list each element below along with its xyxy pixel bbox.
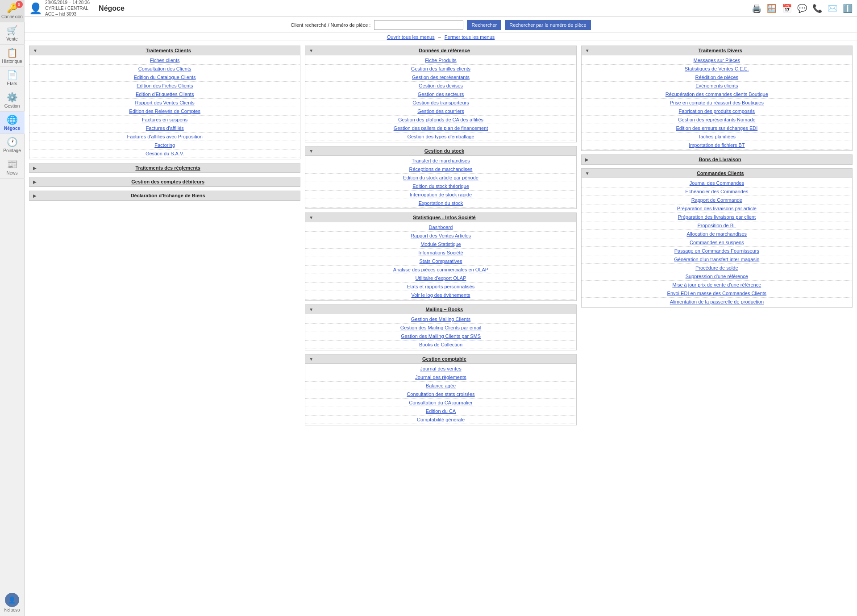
menu-link-item[interactable]: Consultation du CA journalier <box>409 400 472 405</box>
menu-link-item[interactable]: Préparation des livraisons par client <box>678 214 756 220</box>
menu-link-item[interactable]: Importation de fichiers BT <box>689 142 745 148</box>
menu-link-item[interactable]: Edition du Catalogue Clients <box>134 75 196 80</box>
menu-link-item[interactable]: Gestion des secteurs <box>418 92 464 97</box>
sidebar-item-pointage[interactable]: 🕐 Pointage <box>0 134 25 156</box>
menu-link-item[interactable]: Statistiques de Ventes C.E.E. <box>685 66 749 71</box>
menu-link-item[interactable]: Fabrication des produits composés <box>679 108 755 114</box>
menu-link-item[interactable]: Allocation de marchandises <box>687 231 747 237</box>
menu-link-item[interactable]: Gestion des représentants Nomade <box>678 117 756 122</box>
menu-link-item[interactable]: Rapport des Ventes Articles <box>411 233 471 238</box>
menu-link-item[interactable]: Transfert de marchandises <box>412 158 470 163</box>
section-header-gestion-comptes-debiteurs[interactable]: ▶Gestion des comptes débiteurs <box>29 177 300 187</box>
search-input[interactable] <box>374 20 463 30</box>
menu-link-item[interactable]: Gestion des paliers de plan de financeme… <box>394 125 488 131</box>
menu-link-item[interactable]: Réédition de pièces <box>695 75 739 80</box>
menu-link-item[interactable]: Journal des règlements <box>415 375 466 380</box>
menu-link-item[interactable]: Edition des erreurs sur échanges EDI <box>676 125 757 131</box>
section-header-gestion-comptable[interactable]: ▼Gestion comptable <box>305 354 576 364</box>
section-header-traitements-divers[interactable]: ▼Traitements Divers <box>582 46 852 55</box>
sidebar-item-connexion[interactable]: 5 🔑 Connexion <box>0 0 25 22</box>
menu-link-item[interactable]: Informations Société <box>418 250 463 255</box>
menu-link-item[interactable]: Taches planifiées <box>698 134 736 139</box>
menu-link-item[interactable]: Analyse des pièces commerciales en OLAP <box>393 267 488 272</box>
sidebar-item-negoce[interactable]: 🌐 Négoce <box>0 112 25 134</box>
menu-link-item[interactable]: Comptabilité générale <box>417 417 465 422</box>
menu-link-item[interactable]: Voir le log des évènements <box>411 292 470 298</box>
menu-link-item[interactable]: Edition du stock article par période <box>403 175 478 180</box>
menu-link-item[interactable]: Factures en suspens <box>142 117 187 122</box>
menu-link-item[interactable]: Stats Comparatives <box>420 258 462 264</box>
menu-link-item[interactable]: Gestion des types d'emballage <box>407 134 474 139</box>
menu-link-item[interactable]: Passage en Commandes Fournisseurs <box>674 248 759 254</box>
menu-link-item[interactable]: Etats et rapports personnalisés <box>407 284 475 289</box>
menu-link-item[interactable]: Utilitaire d'export OLAP <box>416 275 466 281</box>
menu-link-item[interactable]: Gestion des devises <box>419 83 463 88</box>
menu-link-item[interactable]: Journal des Commandes <box>690 180 744 186</box>
chat-icon[interactable]: 💬 <box>797 4 807 13</box>
sidebar-item-historique[interactable]: 📋 Historique <box>0 45 25 67</box>
mail-icon[interactable]: ✉️ <box>828 4 837 13</box>
menu-link-item[interactable]: Fiche Produits <box>425 58 456 63</box>
section-header-donnees-reference[interactable]: ▼Données de référence <box>305 46 576 55</box>
menu-link-item[interactable]: Evènements clients <box>695 83 738 88</box>
menu-link-item[interactable]: Gestion des transporteurs <box>412 100 469 105</box>
menu-link-item[interactable]: Gestion du S.A.V. <box>146 151 184 156</box>
menu-link-item[interactable]: Edition des Relevés de Comptes <box>129 108 200 114</box>
menu-link-item[interactable]: Edition d'Etiquettes Clients <box>136 92 194 97</box>
menu-link-item[interactable]: Messages sur Pièces <box>694 58 741 63</box>
menu-link-item[interactable]: Commandes en suspens <box>690 240 744 245</box>
menu-link-item[interactable]: Consultation des stats croisées <box>407 391 474 397</box>
section-header-bons-livraison[interactable]: ▶Bons de Livraison <box>582 155 852 164</box>
menu-link-item[interactable]: Gestion des Mailing Clients par email <box>400 325 482 330</box>
menu-link-item[interactable]: Journal des ventes <box>420 366 461 371</box>
menu-link-item[interactable]: Gestion des représentants <box>412 75 470 80</box>
sidebar-item-vente[interactable]: 🛒 Vente <box>0 22 25 45</box>
section-header-traitements-clients[interactable]: ▼Traitements Clients <box>29 46 300 55</box>
menu-link-item[interactable]: Interrogation de stock rapide <box>410 192 472 197</box>
menu-link-item[interactable]: Factures d'affiliés avec Proposition <box>127 134 202 139</box>
menu-link-item[interactable]: Echéancier des Commandes <box>685 189 748 194</box>
sidebar-item-gestion[interactable]: ⚙️ Gestion <box>0 89 25 112</box>
menu-link-item[interactable]: Préparation des livraisons par article <box>677 206 757 211</box>
menu-link-item[interactable]: Gestion des familles clients <box>411 66 470 71</box>
menu-link-item[interactable]: Gestion des Mailing Clients par SMS <box>401 333 481 339</box>
menu-link-item[interactable]: Mise à jour prix de vente d'une référenc… <box>672 282 761 287</box>
menu-link-item[interactable]: Proposition de BL <box>697 223 736 228</box>
menu-link-item[interactable]: Module Statistique <box>420 241 461 247</box>
menu-link-item[interactable]: Books de Collection <box>419 342 462 347</box>
sidebar-item-news[interactable]: 📰 News <box>0 156 25 179</box>
section-header-gestion-stock[interactable]: ▼Gestion du stock <box>305 146 576 156</box>
menu-link-item[interactable]: Réceptions de marchandises <box>409 166 473 172</box>
menu-link-item[interactable]: Edition du CA <box>426 408 456 414</box>
settings-icon[interactable]: ℹ️ <box>843 4 853 13</box>
menu-link-item[interactable]: Balance agée <box>426 383 456 388</box>
open-all-menus-link[interactable]: Ouvrir tous les menus <box>387 34 435 40</box>
menu-link-item[interactable]: Factoring <box>154 142 175 148</box>
menu-link-item[interactable]: Edition du stock théorique <box>412 183 469 189</box>
section-header-commandes-clients[interactable]: ▼Commandes Clients <box>582 169 852 178</box>
window-icon[interactable]: 🪟 <box>767 4 777 13</box>
menu-link-item[interactable]: Récupération des commandes clients Bouti… <box>666 92 768 97</box>
calendar-icon[interactable]: 📅 <box>782 4 792 13</box>
menu-link-item[interactable]: Gestion des Mailing Clients <box>411 316 470 322</box>
print-icon[interactable]: 🖨️ <box>752 4 761 13</box>
section-header-traitements-reglements[interactable]: ▶Traitements des règlements <box>29 163 300 173</box>
section-header-mailing-books[interactable]: ▼Mailing – Books <box>305 305 576 314</box>
menu-link-item[interactable]: Envoi EDI en masse des Commandes Clients <box>667 291 767 296</box>
menu-link-item[interactable]: Dashboard <box>429 225 453 230</box>
menu-link-item[interactable]: Exportation du stock <box>419 200 463 206</box>
section-header-declaration-echange[interactable]: ▶Déclaration d'Echange de Biens <box>29 191 300 200</box>
menu-link-item[interactable]: Edition des Fiches Clients <box>137 83 193 88</box>
menu-link-item[interactable]: Prise en compte du réassort des Boutique… <box>670 100 764 105</box>
menu-link-item[interactable]: Gestion des plafonds de CA des affiliés <box>398 117 483 122</box>
sidebar-item-etats[interactable]: 📄 Etats <box>0 67 25 89</box>
menu-link-item[interactable]: Rapport des Ventes Clients <box>135 100 195 105</box>
menu-link-item[interactable]: Alimentation de la passerelle de product… <box>670 299 764 304</box>
section-header-statistiques-infos[interactable]: ▼Statistiques - Infos Société <box>305 213 576 222</box>
menu-link-item[interactable]: Génération d'un transfert inter-magasin <box>674 257 759 262</box>
menu-link-item[interactable]: Rapport de Commande <box>691 197 742 203</box>
menu-link-item[interactable]: Suppression d'une référence <box>686 274 748 279</box>
menu-link-item[interactable]: Consultation des Clients <box>138 66 191 71</box>
menu-link-item[interactable]: Fiches clients <box>150 58 180 63</box>
close-all-menus-link[interactable]: Fermer tous les menus <box>445 34 495 40</box>
